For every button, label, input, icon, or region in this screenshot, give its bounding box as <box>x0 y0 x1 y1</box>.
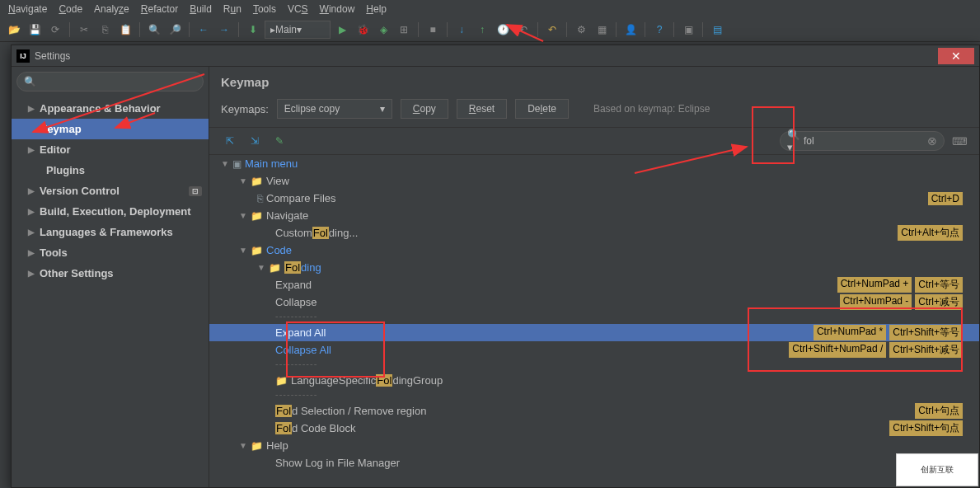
search-icon: 🔍▾ <box>787 129 804 153</box>
tree-navigate[interactable]: ▼📁Navigate <box>209 207 979 224</box>
tree-compare-files[interactable]: ⎘Compare FilesCtrl+D <box>209 190 979 207</box>
keymap-tree: ▼▣Main menu ▼📁View ⎘Compare FilesCtrl+D … <box>209 155 979 487</box>
forward-icon[interactable]: → <box>215 21 233 39</box>
stop-icon[interactable]: ■ <box>424 21 442 39</box>
menu-run[interactable]: Run <box>223 3 241 15</box>
tree-collapse[interactable]: CollapseCtrl+NumPad -Ctrl+减号 <box>209 293 979 311</box>
build-icon[interactable]: ⬇ <box>244 21 262 39</box>
back-icon[interactable]: ← <box>195 21 213 39</box>
run-config-selector[interactable]: ▸ Main ▾ <box>265 21 331 39</box>
menu-navigate[interactable]: Navigate <box>8 3 47 15</box>
menu-window[interactable]: Window <box>320 3 355 15</box>
tree-view[interactable]: ▼📁View <box>209 172 979 190</box>
settings-content: Keymap Keymaps: Eclipse copy▾ Copy Reset… <box>209 67 979 487</box>
profile-icon[interactable]: ⊞ <box>395 21 413 39</box>
settings-nav: ▶Appearance & Behavior Keymap ▶Editor Pl… <box>12 96 209 487</box>
settings-search[interactable]: 🔍 <box>16 72 204 92</box>
sdk-icon[interactable]: 👤 <box>621 21 640 39</box>
coverage-icon[interactable]: ◈ <box>374 21 392 39</box>
menu-code[interactable]: Code <box>59 3 82 15</box>
folder-icon: 📁 <box>251 176 263 187</box>
nav-languages[interactable]: ▶Languages & Frameworks <box>12 222 209 242</box>
tree-expand[interactable]: ExpandCtrl+NumPad +Ctrl+等号 <box>209 276 979 293</box>
tree-lang-group[interactable]: 📁LanguageSpecificFoldingGroup <box>209 372 979 389</box>
action-search-input[interactable] <box>804 135 927 147</box>
folder-icon: 📁 <box>251 210 263 222</box>
menu-build[interactable]: Build <box>190 3 212 15</box>
nav-tools[interactable]: ▶Tools <box>12 242 209 263</box>
vcs-revert-icon[interactable]: ↶ <box>514 21 532 39</box>
project-badge-icon: ⊡ <box>189 186 202 196</box>
action-search-box[interactable]: 🔍▾ ⊗ <box>780 131 945 151</box>
find-icon[interactable]: 🔍 <box>145 21 163 39</box>
vcs-history-icon[interactable]: 🕐 <box>494 21 512 39</box>
tree-fold-selection[interactable]: Fold Selection / Remove regionCtrl+句点 <box>209 402 979 420</box>
content-title: Keymap <box>209 67 979 94</box>
paste-icon[interactable]: 📋 <box>116 21 134 39</box>
ant-icon[interactable]: ▣ <box>679 21 697 39</box>
compare-icon: ⎘ <box>257 193 263 204</box>
dialog-title: Settings <box>35 50 70 62</box>
reset-button[interactable]: Reset <box>457 99 507 119</box>
save-icon[interactable]: 💾 <box>26 21 44 39</box>
settings-dialog: IJ Settings ✕ 🔍 ▶Appearance & Behavior K… <box>11 45 980 488</box>
close-icon[interactable]: ✕ <box>938 48 974 64</box>
tree-help[interactable]: ▼📁Help <box>209 437 979 454</box>
maven-icon[interactable]: ▤ <box>708 21 726 39</box>
settings-sidebar: 🔍 ▶Appearance & Behavior Keymap ▶Editor … <box>12 67 209 487</box>
undo-icon[interactable]: ↶ <box>543 21 561 39</box>
tree-show-log[interactable]: Show Log in File Manager <box>209 454 979 472</box>
divider: ----------- <box>209 359 979 372</box>
menu-vcs[interactable]: VCS <box>288 3 308 15</box>
edit-icon[interactable]: ✎ <box>270 132 288 150</box>
refresh-icon[interactable]: ⟳ <box>46 21 64 39</box>
run-icon[interactable]: ▶ <box>333 21 351 39</box>
settings-icon[interactable]: ⚙ <box>572 21 590 39</box>
watermark: 创新互联 <box>896 453 978 486</box>
menu-help[interactable]: Help <box>366 3 387 15</box>
menu-tools[interactable]: Tools <box>253 3 276 15</box>
main-toolbar: 📂 💾 ⟳ ✂ ⎘ 📋 🔍 🔎 ← → ⬇ ▸ Main ▾ ▶ 🐞 ◈ ⊞ ■… <box>0 18 980 42</box>
tree-expand-all[interactable]: Expand AllCtrl+NumPad *Ctrl+Shift+等号 <box>209 324 979 341</box>
tree-main-menu[interactable]: ▼▣Main menu <box>209 155 979 172</box>
tree-fold-block[interactable]: Fold Code BlockCtrl+Shift+句点 <box>209 420 979 437</box>
cut-icon[interactable]: ✂ <box>75 21 93 39</box>
collapse-all-icon[interactable]: ⇲ <box>246 132 264 150</box>
nav-plugins[interactable]: Plugins <box>12 160 209 181</box>
app-icon: IJ <box>16 49 30 63</box>
copy-icon[interactable]: ⎘ <box>96 21 114 39</box>
tree-collapse-all[interactable]: Collapse AllCtrl+Shift+NumPad /Ctrl+Shif… <box>209 341 979 359</box>
tree-code[interactable]: ▼📁Code <box>209 242 979 259</box>
menu-analyze[interactable]: Analyze <box>94 3 129 15</box>
vcs-commit-icon[interactable]: ↑ <box>473 21 491 39</box>
tree-custom-folding[interactable]: Custom Folding...Ctrl+Alt+句点 <box>209 224 979 242</box>
nav-appearance[interactable]: ▶Appearance & Behavior <box>12 98 209 119</box>
nav-editor[interactable]: ▶Editor <box>12 139 209 160</box>
tree-folding[interactable]: ▼📁Folding <box>209 259 979 276</box>
open-file-icon[interactable]: 📂 <box>5 21 23 39</box>
delete-button[interactable]: Delete <box>515 99 569 119</box>
copy-button[interactable]: Copy <box>401 99 448 119</box>
menu-bar: Navigate Code Analyze Refactor Build Run… <box>0 0 980 18</box>
nav-other[interactable]: ▶Other Settings <box>12 263 209 284</box>
based-on-label: Based on keymap: Eclipse <box>593 103 710 115</box>
expand-all-icon[interactable]: ⇱ <box>221 132 239 150</box>
keymaps-label: Keymaps: <box>221 103 269 115</box>
debug-icon[interactable]: 🐞 <box>354 21 372 39</box>
nav-vcs[interactable]: ▶Version Control⊡ <box>12 181 209 201</box>
folder-icon: 📁 <box>251 440 263 452</box>
nav-keymap[interactable]: Keymap <box>12 119 209 139</box>
project-structure-icon[interactable]: ▦ <box>593 21 611 39</box>
clear-icon[interactable]: ⊗ <box>927 134 937 148</box>
menu-refactor[interactable]: Refactor <box>141 3 178 15</box>
nav-build[interactable]: ▶Build, Execution, Deployment <box>12 201 209 222</box>
replace-icon[interactable]: 🔎 <box>166 21 184 39</box>
vcs-update-icon[interactable]: ↓ <box>452 21 471 39</box>
help-icon[interactable]: ? <box>650 21 668 39</box>
keymap-selector[interactable]: Eclipse copy▾ <box>277 99 392 119</box>
find-by-shortcut-icon[interactable]: ⌨ <box>951 133 968 149</box>
divider: ----------- <box>209 389 979 402</box>
dialog-titlebar: IJ Settings ✕ <box>12 45 979 67</box>
search-icon: 🔍 <box>24 76 36 87</box>
folder-icon: 📁 <box>275 375 288 387</box>
